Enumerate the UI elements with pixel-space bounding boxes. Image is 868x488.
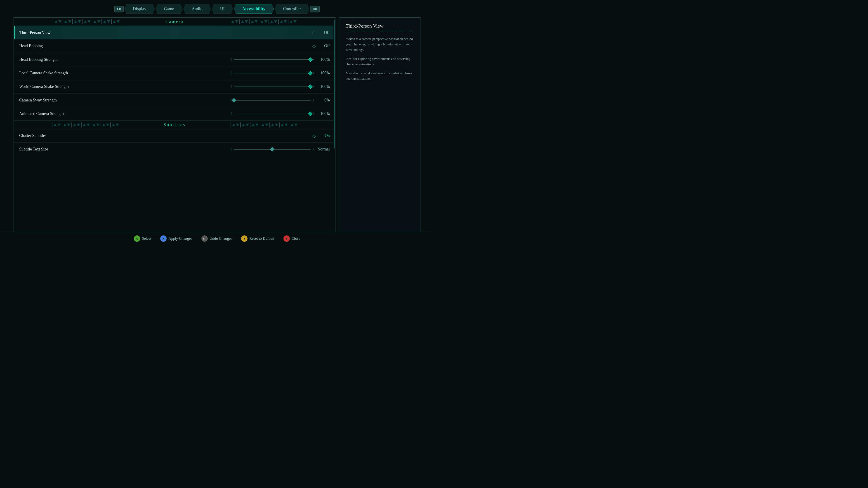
- setting-third-person-view[interactable]: Third-Person View ◇ Off: [14, 26, 335, 39]
- slider-right-arrow-lcs[interactable]: 》: [312, 71, 315, 75]
- slider-track-sts[interactable]: [234, 149, 311, 150]
- subtitles-title: Subtitles: [157, 121, 192, 129]
- action-undo-label: Undo Changes: [210, 236, 232, 241]
- slider-value-sts: Normal: [317, 147, 330, 152]
- action-reset-default[interactable]: Y Reset to Default: [241, 235, 274, 242]
- setting-label-head-bobbing-strength: Head Bobbing Strength: [19, 57, 114, 62]
- slider-world-camera-shake: 《 》 100%: [114, 84, 330, 89]
- settings-panel: Camera Third-Person View: [13, 18, 336, 232]
- toggle-value-head-bobbing: Off: [318, 43, 330, 48]
- info-description-2: Ideal for exploring environments and obs…: [346, 56, 414, 67]
- setting-label-subtitle-text-size: Subtitle Text Size: [19, 147, 114, 152]
- slider-local-camera-shake: 《 》 100%: [114, 71, 330, 75]
- action-close-label: Close: [291, 236, 301, 241]
- toggle-value-third-person: Off: [318, 30, 330, 35]
- setting-world-camera-shake[interactable]: World Camera Shake Strength 《 》 100%: [14, 80, 335, 94]
- setting-control-chatter-subtitles: ◇ On: [114, 133, 330, 138]
- setting-label-world-camera-shake: World Camera Shake Strength: [19, 84, 114, 89]
- tab-ui[interactable]: UI: [212, 4, 233, 14]
- action-undo-changes[interactable]: LT Undo Changes: [202, 235, 232, 242]
- slider-value-wcs: 100%: [317, 84, 330, 89]
- slider-track-ac[interactable]: [234, 113, 311, 114]
- slider-left-arrow-sts[interactable]: 《: [229, 147, 232, 151]
- toggle-icon-head-bobbing: ◇: [312, 43, 316, 49]
- tab-audio[interactable]: Audio: [183, 4, 211, 14]
- tab-game[interactable]: Game: [156, 4, 182, 14]
- slider-camera-sway: 《 》 0%: [114, 98, 330, 103]
- camera-title: Camera: [159, 18, 190, 26]
- setting-animated-camera[interactable]: Animated Camera Strength 《 》 100%: [14, 107, 335, 121]
- top-nav: LB Display Game Audio UI Accessibility C…: [0, 0, 434, 18]
- btn-b-icon: B: [283, 235, 290, 242]
- setting-label-local-camera-shake: Local Camera Shake Strength: [19, 71, 114, 75]
- slider-value-cs: 0%: [317, 98, 330, 103]
- slider-left-arrow-wcs[interactable]: 《: [229, 85, 232, 89]
- slider-animated-camera: 《 》 100%: [114, 111, 330, 116]
- setting-head-bobbing[interactable]: Head Bobbing ◇ Off: [14, 39, 335, 53]
- tab-display[interactable]: Display: [125, 4, 155, 14]
- slider-track-lcs[interactable]: [234, 73, 311, 73]
- slider-subtitle-text-size: 《 》 Normal: [114, 147, 330, 152]
- setting-camera-sway[interactable]: Camera Sway Strength 《 》 0%: [14, 94, 335, 107]
- slider-track-cs[interactable]: [234, 100, 311, 101]
- scrollbar[interactable]: [333, 18, 335, 232]
- setting-subtitle-text-size[interactable]: Subtitle Text Size 《 》 Normal: [14, 142, 335, 156]
- info-description-3: May affect spatial awareness in combat o…: [346, 70, 414, 81]
- rb-button[interactable]: RB: [310, 6, 319, 12]
- setting-label-camera-sway: Camera Sway Strength: [19, 98, 114, 103]
- action-close[interactable]: B Close: [283, 235, 301, 242]
- slider-left-arrow-hbs[interactable]: 《: [229, 58, 232, 62]
- slider-right-arrow-ac[interactable]: 》: [312, 112, 315, 116]
- slider-right-arrow-sts[interactable]: 》: [312, 147, 315, 151]
- slider-track-hbs[interactable]: [234, 59, 311, 60]
- tab-accessibility[interactable]: Accessibility: [234, 4, 274, 14]
- main-content: Camera Third-Person View: [0, 18, 434, 232]
- setting-label-head-bobbing: Head Bobbing: [19, 43, 114, 48]
- action-select[interactable]: A Select: [134, 235, 151, 242]
- bottom-action-bar: A Select X Apply Changes LT Undo Changes…: [0, 232, 434, 244]
- subtitles-section-header: Subtitles: [14, 121, 335, 129]
- toggle-icon-chatter: ◇: [312, 133, 316, 138]
- setting-local-camera-shake[interactable]: Local Camera Shake Strength 《 》 100%: [14, 66, 335, 80]
- action-apply-label: Apply Changes: [168, 236, 192, 241]
- btn-y-icon: Y: [241, 235, 248, 242]
- slider-right-arrow-hbs[interactable]: 》: [312, 58, 315, 62]
- info-panel-title: Third-Person View: [346, 23, 414, 29]
- scrollbar-thumb: [334, 20, 335, 149]
- slider-right-arrow-cs[interactable]: 》: [312, 98, 315, 102]
- btn-x-icon: X: [160, 235, 166, 242]
- setting-label-chatter-subtitles: Chatter Subtitles: [19, 133, 114, 138]
- setting-label-animated-camera: Animated Camera Strength: [19, 111, 114, 116]
- setting-label-third-person: Third-Person View: [20, 30, 114, 35]
- slider-left-arrow-ac[interactable]: 《: [229, 112, 232, 116]
- lb-button[interactable]: LB: [114, 6, 124, 12]
- info-description-1: Switch to a camera perspective positione…: [346, 36, 414, 53]
- slider-value-hbs: 100%: [317, 57, 330, 62]
- slider-value-ac: 100%: [317, 111, 330, 116]
- toggle-icon-third-person: ◇: [312, 30, 315, 35]
- slider-right-arrow-wcs[interactable]: 》: [312, 85, 315, 89]
- info-panel: Third-Person View Switch to a camera per…: [339, 18, 421, 232]
- setting-control-third-person: ◇ Off: [114, 30, 330, 35]
- action-select-label: Select: [142, 236, 151, 241]
- setting-chatter-subtitles[interactable]: Chatter Subtitles ◇ On: [14, 129, 335, 142]
- btn-a-icon: A: [134, 235, 140, 242]
- slider-track-wcs[interactable]: [234, 87, 311, 87]
- camera-section-header: Camera: [14, 18, 335, 26]
- btn-lt-icon: LT: [202, 235, 208, 242]
- toggle-value-chatter: On: [318, 133, 330, 138]
- tab-controller[interactable]: Controller: [275, 4, 309, 14]
- slider-value-lcs: 100%: [317, 71, 330, 75]
- setting-control-head-bobbing: ◇ Off: [114, 43, 330, 49]
- slider-left-arrow-lcs[interactable]: 《: [229, 71, 232, 75]
- slider-head-bobbing-strength: 《 》 100%: [114, 57, 330, 62]
- info-divider: [346, 32, 414, 32]
- action-reset-label: Reset to Default: [249, 236, 274, 241]
- action-apply-changes[interactable]: X Apply Changes: [160, 235, 192, 242]
- setting-head-bobbing-strength[interactable]: Head Bobbing Strength 《 》 100%: [14, 53, 335, 66]
